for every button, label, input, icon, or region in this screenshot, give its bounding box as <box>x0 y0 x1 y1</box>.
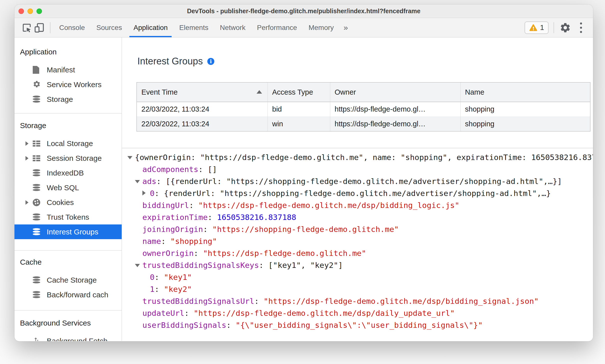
devtools-content: ApplicationManifestService WorkersStorag… <box>14 37 593 341</box>
tab-sources[interactable]: Sources <box>91 18 128 37</box>
column-header-owner[interactable]: Owner <box>330 82 460 102</box>
tree-segment-string: "https://dsp-fledge-demo.glitch.me/dsp/b… <box>264 297 539 306</box>
sidebar-item-interest-groups[interactable]: Interest Groups <box>14 224 122 239</box>
column-header-label: Event Time <box>141 88 178 96</box>
collapse-arrow-icon[interactable] <box>135 264 140 267</box>
tree-segment-string: "key2" <box>164 285 192 294</box>
gear-icon <box>560 22 571 33</box>
sidebar-item-manifest[interactable]: Manifest <box>14 62 122 77</box>
tab-performance[interactable]: Performance <box>251 18 303 37</box>
tree-line: trustedBiddingSignalsUrl: "https://dsp-f… <box>122 295 593 307</box>
device-toolbar-button[interactable] <box>33 21 45 34</box>
interest-group-json-tree: {ownerOrigin: "https://dsp-fledge-demo.g… <box>122 151 593 341</box>
tree-segment-key: 0 <box>150 273 155 282</box>
gear-icon <box>33 80 41 89</box>
sidebar-item-service-workers[interactable]: Service Workers <box>14 77 122 92</box>
expand-arrow-icon[interactable] <box>25 200 28 205</box>
column-header-label: Owner <box>335 88 356 96</box>
column-header-name[interactable]: Name <box>460 82 590 102</box>
tree-segment-string: "https://shopping-fledge-demo.glitch.me" <box>212 225 399 234</box>
sidebar-item-web-sql[interactable]: Web SQL <box>14 180 122 195</box>
sort-ascending-icon <box>257 90 262 94</box>
inspect-element-button[interactable] <box>20 21 33 34</box>
tab-console[interactable]: Console <box>53 18 91 37</box>
tree-line: ownerOrigin: "https://dsp-fledge-demo.gl… <box>122 247 593 259</box>
expand-arrow-icon[interactable] <box>142 190 146 195</box>
expand-arrow-icon[interactable] <box>25 156 28 161</box>
tree-line[interactable]: 0: {renderUrl: "https://shopping-fledge-… <box>122 187 593 199</box>
sidebar-section-title: Background Services <box>14 317 122 330</box>
column-header-access-type[interactable]: Access Type <box>268 82 330 102</box>
tree-segment-key: ownerOrigin <box>142 249 194 258</box>
sidebar-item-label: Back/forward cach <box>47 291 108 299</box>
devtools-window: DevTools - publisher-fledge-demo.glitch.… <box>14 4 593 341</box>
inspect-icon <box>21 22 32 33</box>
zoom-button[interactable] <box>36 8 42 14</box>
expand-arrow-icon[interactable] <box>25 141 28 146</box>
tree-segment-plain: : [] <box>198 165 217 174</box>
tree-line: biddingUrl: "https://dsp-fledge-demo.gli… <box>122 199 593 211</box>
tree-line[interactable]: ads: [{renderUrl: "https://shopping-fled… <box>122 175 593 187</box>
tree-segment-key: trustedBiddingSignalsUrl <box>142 297 254 306</box>
table-row[interactable]: 22/03/2022, 11:03:24winhttps://dsp-fledg… <box>137 117 590 131</box>
tab-memory[interactable]: Memory <box>303 18 339 37</box>
tree-segment-string: "https://dsp-fledge-demo.glitch.me" <box>203 249 366 258</box>
sidebar-item-label: Background Fetch <box>47 337 107 341</box>
sidebar-item-local-storage[interactable]: Local Storage <box>14 136 122 151</box>
sidebar-item-label: Session Storage <box>47 154 102 163</box>
tree-segment-string: "https://dsp-fledge-demo.glitch.me/dsp/b… <box>198 201 459 210</box>
tree-line[interactable]: trustedBiddingSignalsKeys: ["key1", "key… <box>122 259 593 271</box>
tree-line[interactable]: {ownerOrigin: "https://dsp-fledge-demo.g… <box>122 151 593 163</box>
table-row[interactable]: 22/03/2022, 11:03:24bidhttps://dsp-fledg… <box>137 102 590 117</box>
tab-network[interactable]: Network <box>214 18 251 37</box>
info-icon[interactable]: i <box>207 58 214 65</box>
warning-icon <box>529 24 538 31</box>
sidebar-item-label: Manifest <box>47 66 75 74</box>
toolbar-divider-2 <box>554 22 554 33</box>
window-title: DevTools - publisher-fledge-demo.glitch.… <box>14 7 593 15</box>
tree-line: userBiddingSignals: "{\"user_bidding_sig… <box>122 319 593 331</box>
tree-line: expirationTime: 1650538216.837188 <box>122 211 593 223</box>
sidebar-item-background-fetch[interactable]: Background Fetch <box>14 334 122 341</box>
toolbar-divider <box>50 22 50 33</box>
table-cell: https://dsp-fledge-demo.gl… <box>330 102 460 117</box>
table-cell: 22/03/2022, 11:03:24 <box>137 117 268 131</box>
column-header-event-time[interactable]: Event Time <box>137 82 268 102</box>
collapse-arrow-icon[interactable] <box>127 156 132 159</box>
sidebar-item-storage[interactable]: Storage <box>14 92 122 107</box>
more-tabs-button[interactable]: » <box>339 18 352 37</box>
tree-segment-number: 1650538216.837188 <box>217 213 296 222</box>
sidebar-item-session-storage[interactable]: Session Storage <box>14 151 122 166</box>
sidebar-item-label: Service Workers <box>47 80 102 89</box>
sidebar-item-back-forward-cach[interactable]: Back/forward cach <box>14 287 122 302</box>
collapse-arrow-icon[interactable] <box>135 180 140 183</box>
desktop-background: DevTools - publisher-fledge-demo.glitch.… <box>0 0 605 364</box>
tree-segment-plain: : <box>194 249 203 258</box>
settings-button[interactable] <box>559 21 572 34</box>
sidebar-item-trust-tokens[interactable]: Trust Tokens <box>14 210 122 224</box>
table-grid-icon <box>33 141 40 147</box>
cookie-icon <box>33 199 40 206</box>
sidebar-item-indexeddb[interactable]: IndexedDB <box>14 166 122 180</box>
minimize-button[interactable] <box>27 8 33 14</box>
table-header-row: Event TimeAccess TypeOwnerName <box>137 82 590 102</box>
kebab-menu-button[interactable] <box>576 22 586 33</box>
device-toolbar-icon <box>34 22 45 33</box>
database-icon <box>33 96 40 103</box>
tree-segment-plain: : <box>155 273 164 282</box>
tree-segment-key: userBiddingSignals <box>142 321 226 330</box>
sidebar-item-cache-storage[interactable]: Cache Storage <box>14 273 122 287</box>
tree-segment-plain: : ["key1", "key2"] <box>259 261 343 270</box>
sidebar-item-cookies[interactable]: Cookies <box>14 195 122 210</box>
tree-segment-plain: : <box>208 213 217 222</box>
database-icon <box>33 184 40 191</box>
tab-application[interactable]: Application <box>128 18 173 37</box>
tab-elements[interactable]: Elements <box>173 18 214 37</box>
column-header-label: Name <box>465 88 484 96</box>
issues-badge[interactable]: 1 <box>525 21 549 34</box>
tree-segment-plain: : <box>189 201 198 210</box>
tree-line: 0: "key1" <box>122 271 593 283</box>
kebab-menu-icon <box>580 22 582 24</box>
sidebar-section-storage: StorageLocal StorageSession StorageIndex… <box>14 114 122 251</box>
close-button[interactable] <box>18 8 24 14</box>
